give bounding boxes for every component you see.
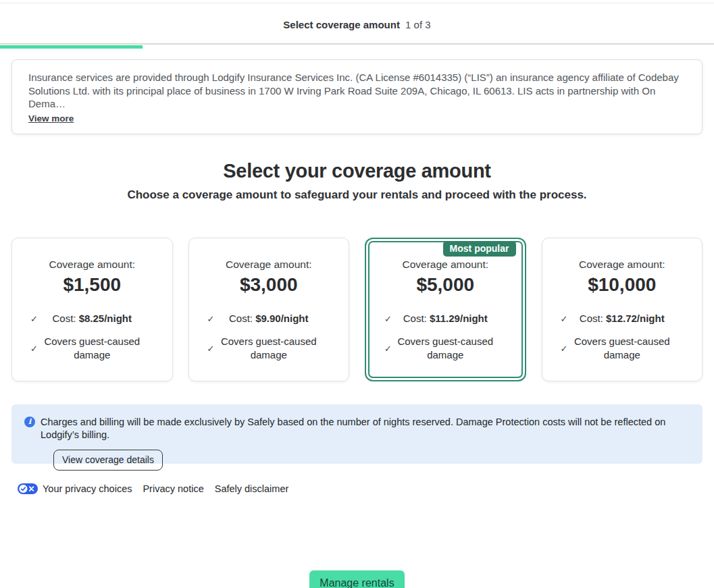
check-icon: ✓ [384, 342, 392, 356]
billing-info-banner: i Charges and billing will be made exclu… [11, 404, 703, 464]
damage-text: Covers guest-caused damage [397, 336, 493, 360]
stepper-title-row: Select coverage amount 1 of 3 [0, 0, 714, 30]
cost-feature: ✓ Cost: $11.29/night [366, 312, 525, 325]
plans-row: Coverage amount: $1,500 ✓ Cost: $8.25/ni… [11, 238, 703, 381]
stepper-header: Select coverage amount 1 of 3 [0, 0, 714, 49]
cost-feature: ✓ Cost: $9.90/night [189, 312, 349, 325]
cost-value: $8.25/night [79, 313, 132, 324]
step-indicator: 1 of 3 [405, 19, 431, 30]
check-icon: ✓ [207, 313, 215, 326]
plan-card-3000[interactable]: Coverage amount: $3,000 ✓ Cost: $9.90/ni… [188, 238, 350, 381]
cost-feature: ✓ Cost: $12.72/night [542, 312, 703, 325]
cost-prefix: Cost: [403, 313, 430, 324]
cost-feature: ✓ Cost: $8.25/night [12, 312, 172, 325]
coverage-amount-label: Coverage amount: [189, 259, 349, 271]
page-title: Select your coverage amount [0, 159, 714, 182]
cost-value: $12.72/night [606, 313, 665, 324]
coverage-amount-value: $1,500 [12, 273, 172, 296]
cost-value: $11.29/night [430, 313, 488, 324]
check-icon: ✓ [30, 313, 38, 326]
privacy-notice-link[interactable]: Privacy notice [143, 483, 203, 494]
coverage-amount-value: $5,000 [366, 273, 525, 296]
check-icon: ✓ [30, 342, 38, 356]
damage-feature: ✓ Covers guest-caused damage [542, 335, 703, 362]
privacy-choices-icon [18, 483, 38, 494]
cost-text: Cost: $9.90/night [229, 313, 309, 324]
check-icon: ✓ [207, 342, 215, 356]
progress-bar [0, 45, 143, 49]
damage-feature: ✓ Covers guest-caused damage [12, 335, 172, 362]
coverage-amount-label: Coverage amount: [542, 259, 703, 271]
disclaimer-text: Insurance services are provided through … [28, 71, 682, 111]
cost-prefix: Cost: [580, 313, 606, 324]
plan-card-5000-selected[interactable]: Most popular Coverage amount: $5,000 ✓ C… [365, 238, 526, 381]
damage-feature: ✓ Covers guest-caused damage [366, 335, 525, 362]
view-more-link[interactable]: View more [28, 113, 74, 124]
cost-text: Cost: $8.25/night [52, 313, 132, 324]
damage-text: Covers guest-caused damage [221, 336, 317, 360]
progress-track [0, 43, 714, 45]
plan-card-1500[interactable]: Coverage amount: $1,500 ✓ Cost: $8.25/ni… [11, 238, 173, 381]
cost-prefix: Cost: [229, 313, 255, 324]
cost-text: Cost: $12.72/night [580, 313, 665, 324]
coverage-amount-label: Coverage amount: [366, 259, 525, 271]
plan-card-10000[interactable]: Coverage amount: $10,000 ✓ Cost: $12.72/… [542, 238, 703, 381]
billing-info-row: i Charges and billing will be made exclu… [24, 416, 686, 442]
damage-text: Covers guest-caused damage [44, 336, 140, 360]
page-subtitle: Choose a coverage amount to safeguard yo… [0, 188, 714, 203]
manage-rentals-button[interactable]: Manage rentals [309, 570, 404, 588]
your-privacy-choices-label: Your privacy choices [43, 483, 132, 494]
info-icon: i [24, 417, 35, 427]
most-popular-badge: Most popular [443, 241, 516, 257]
safely-disclaimer-label: Safely disclaimer [215, 483, 289, 494]
damage-text: Covers guest-caused damage [574, 336, 670, 360]
coverage-amount-label: Coverage amount: [12, 259, 172, 271]
billing-info-text: Charges and billing will be made exclusi… [41, 416, 686, 442]
safely-disclaimer-link[interactable]: Safely disclaimer [215, 483, 289, 494]
coverage-amount-value: $3,000 [189, 273, 349, 296]
your-privacy-choices-link[interactable]: Your privacy choices [18, 483, 132, 494]
step-title: Select coverage amount [283, 19, 400, 30]
damage-feature: ✓ Covers guest-caused damage [189, 335, 349, 362]
coverage-amount-value: $10,000 [542, 273, 703, 296]
cost-value: $9.90/night [255, 313, 308, 324]
check-icon: ✓ [384, 313, 392, 326]
cta-container: Manage rentals [0, 570, 714, 588]
view-coverage-details-button[interactable]: View coverage details [53, 450, 163, 471]
check-icon: ✓ [561, 313, 568, 326]
privacy-notice-label: Privacy notice [143, 483, 203, 494]
cost-prefix: Cost: [52, 313, 78, 324]
privacy-links-row: Your privacy choices Privacy notice Safe… [18, 483, 714, 494]
check-icon: ✓ [561, 342, 568, 356]
cost-text: Cost: $11.29/night [403, 313, 488, 324]
insurance-disclaimer-card: Insurance services are provided through … [11, 59, 703, 134]
